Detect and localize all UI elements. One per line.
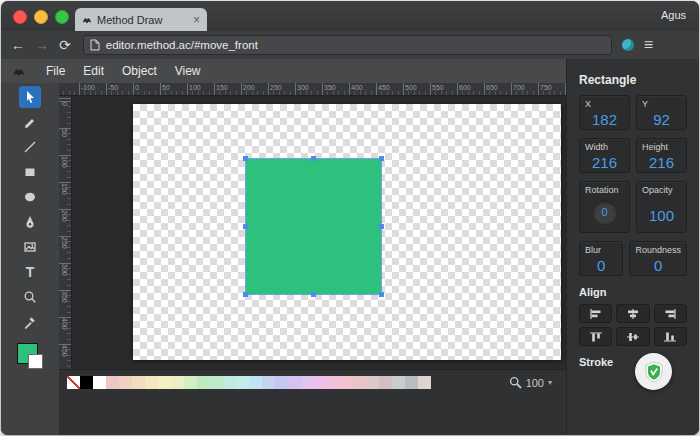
tab-close-icon[interactable]: × [193,14,200,26]
browser-menu-icon[interactable]: ≡ [644,37,653,53]
profile-label[interactable]: Agus [661,9,686,21]
forward-button[interactable]: → [35,38,49,52]
method-draw-app: File Edit Object View [1,59,699,435]
field-roundness-value[interactable]: 0 [635,257,681,274]
field-x-value[interactable]: 182 [585,111,624,128]
palette-swatch[interactable] [288,376,301,389]
rectangle-tool[interactable] [19,161,41,183]
canvas-area[interactable] [72,96,566,369]
selection-handle-sw[interactable] [243,292,248,297]
palette-swatch[interactable] [379,376,392,389]
field-height-value[interactable]: 216 [642,154,681,171]
field-rotation-value[interactable]: 0 [601,206,607,218]
shield-badge[interactable] [635,353,672,390]
field-rotation[interactable]: Rotation 0 [579,181,630,233]
align-left-button[interactable] [579,304,612,323]
zoom-control[interactable]: 100 ▾ [509,376,552,389]
field-width[interactable]: Width 216 [579,138,630,173]
eyedropper-tool[interactable] [19,311,41,333]
field-blur[interactable]: Blur 0 [579,241,623,276]
palette-swatch[interactable] [106,376,119,389]
palette-swatch[interactable] [210,376,223,389]
line-tool[interactable] [19,136,41,158]
field-y-value[interactable]: 92 [642,111,681,128]
palette-swatch[interactable] [249,376,262,389]
palette-swatch[interactable] [353,376,366,389]
field-x[interactable]: X 182 [579,95,630,130]
palette-swatch[interactable] [197,376,210,389]
extension-icon[interactable] [622,39,634,51]
rectangle-shape[interactable] [246,159,381,294]
selection-handle-n[interactable] [311,156,316,161]
field-opacity-value[interactable]: 100 [642,207,681,224]
palette-swatch[interactable] [392,376,405,389]
palette-swatch[interactable] [340,376,353,389]
selection-handle-s[interactable] [311,292,316,297]
palette-swatch[interactable] [275,376,288,389]
palette-swatch[interactable] [301,376,314,389]
palette-swatch[interactable] [158,376,171,389]
menu-item-edit[interactable]: Edit [74,60,113,82]
palette-swatch[interactable] [405,376,418,389]
back-button[interactable]: ← [11,38,25,52]
browser-toolbar: ← → ⟳ editor.method.ac/#move_front ≡ [1,31,699,60]
palette-swatch[interactable] [236,376,249,389]
palette-swatch[interactable] [132,376,145,389]
palette-swatch[interactable] [327,376,340,389]
selection-handle-ne[interactable] [379,156,384,161]
align-right-button[interactable] [654,304,687,323]
align-center-button[interactable] [616,304,649,323]
ellipse-tool[interactable] [19,186,41,208]
field-opacity[interactable]: Opacity 100 [636,181,687,233]
align-bottom-button[interactable] [654,327,687,346]
rotation-knob[interactable]: 0 [591,198,619,226]
close-window-button[interactable] [13,10,27,24]
select-tool[interactable] [19,86,41,108]
selection-handle-nw[interactable] [243,156,248,161]
browser-tab[interactable]: Method Draw × [75,8,207,31]
reload-button[interactable]: ⟳ [59,38,71,52]
field-y[interactable]: Y 92 [636,95,687,130]
field-roundness[interactable]: Roundness 0 [629,241,687,276]
align-middle-button[interactable] [616,327,649,346]
selection-handle-se[interactable] [379,292,384,297]
method-draw-logo-icon[interactable] [11,65,27,78]
menu-item-view[interactable]: View [166,60,210,82]
palette-swatch[interactable] [93,376,106,389]
fullscreen-window-button[interactable] [55,10,69,24]
shape-library-tool[interactable] [19,236,41,258]
v-ruler-label: 250 [61,237,68,249]
align-top-button[interactable] [579,327,612,346]
align-left-icon [589,308,603,320]
palette-swatch[interactable] [418,376,431,389]
zoom-tool[interactable] [19,286,41,308]
palette-swatch[interactable] [80,376,93,389]
palette-swatch[interactable] [184,376,197,389]
canvas-page[interactable] [133,104,561,360]
url-text[interactable]: editor.method.ac/#move_front [106,39,258,51]
palette-swatch[interactable] [223,376,236,389]
palette-swatch[interactable] [119,376,132,389]
palette-swatch[interactable] [262,376,275,389]
palette-swatch-none[interactable] [67,376,80,389]
path-tool[interactable] [19,211,41,233]
selection-handle-e[interactable] [379,224,384,229]
stroke-color-swatch[interactable] [28,354,43,369]
url-bar[interactable]: editor.method.ac/#move_front [83,35,612,55]
palette-swatch[interactable] [366,376,379,389]
selection-handle-w[interactable] [243,224,248,229]
field-width-value[interactable]: 216 [585,154,624,171]
minimize-window-button[interactable] [34,10,48,24]
text-tool[interactable]: T [19,261,41,283]
menu-item-file[interactable]: File [37,60,74,82]
field-height[interactable]: Height 216 [636,138,687,173]
palette-swatch[interactable] [314,376,327,389]
zoom-caret-icon[interactable]: ▾ [548,378,552,387]
ellipse-icon [23,190,37,204]
palette-swatch[interactable] [145,376,158,389]
field-blur-value[interactable]: 0 [585,257,617,274]
pencil-tool[interactable] [19,111,41,133]
palette-swatch[interactable] [171,376,184,389]
menu-item-object[interactable]: Object [113,60,166,82]
zoom-value[interactable]: 100 [526,377,544,389]
